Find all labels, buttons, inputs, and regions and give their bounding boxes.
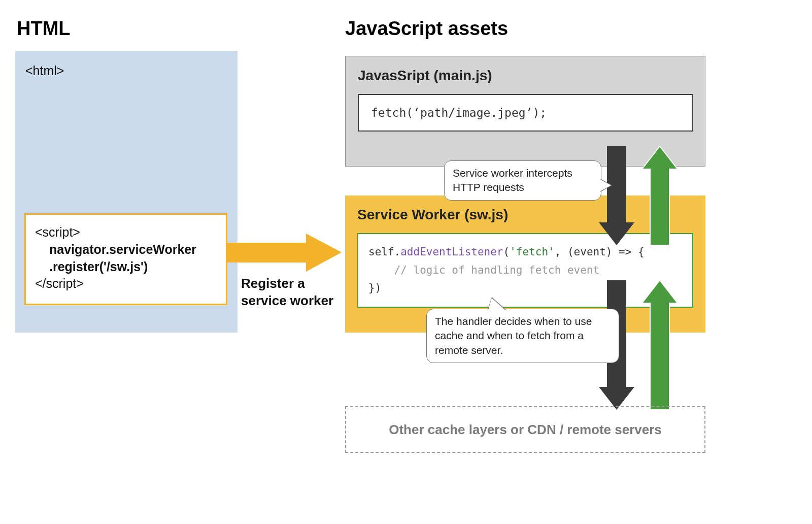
svg-marker-2 [642, 146, 678, 245]
sw-code-str: 'fetch' [510, 246, 555, 258]
svg-marker-0 [227, 234, 342, 272]
sw-code-comment: // logic of handling fetch event [368, 264, 599, 276]
cdn-label: Other cache layers or CDN / remote serve… [389, 422, 662, 438]
sw-code-mid1: ( [503, 246, 510, 258]
register-label: Register a service worker [241, 275, 343, 310]
sw-code-mid2: , (event) => { [555, 246, 645, 258]
arrow-up-top-icon [642, 146, 678, 245]
mainjs-code: fetch(‘path/image.jpeg’); [358, 94, 693, 132]
diagram-canvas: HTML JavaScript assets <html> <script> n… [0, 0, 812, 524]
heading-js-assets: JavaScript assets [345, 18, 508, 40]
script-close-tag: </script> [35, 275, 217, 292]
sw-code-fn: addEventListener [400, 246, 503, 258]
arrow-down-top-icon [599, 146, 634, 245]
register-line1: navigator.serviceWorker [35, 241, 217, 258]
html-script-box: <script> navigator.serviceWorker .regist… [24, 213, 227, 305]
heading-html: HTML [17, 18, 71, 40]
arrow-register-icon [227, 234, 342, 272]
sw-code-prefix: self. [368, 246, 400, 258]
mainjs-title: JavasSript (main.js) [358, 68, 693, 84]
callout-intercept: Service worker intercepts HTTP requests [444, 160, 601, 201]
script-open-tag: <script> [35, 224, 217, 241]
html-tag-label: <html> [25, 63, 227, 78]
register-line2: .register('/sw.js') [35, 258, 217, 276]
cdn-box: Other cache layers or CDN / remote serve… [345, 406, 705, 453]
svg-marker-1 [599, 146, 634, 245]
svg-marker-4 [642, 280, 678, 410]
callout-handler: The handler decides when to use cache an… [426, 309, 619, 363]
sw-code-end: }) [368, 282, 381, 294]
arrow-up-bottom-icon [642, 280, 678, 410]
